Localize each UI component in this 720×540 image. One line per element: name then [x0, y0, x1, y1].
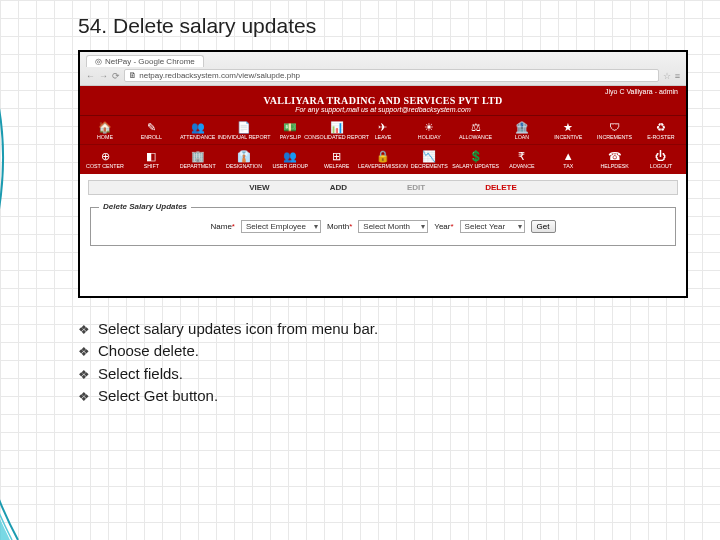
- tab-title: NetPay - Google Chrome: [105, 57, 195, 66]
- menu-item-helpdesk[interactable]: ☎HELPDESK: [594, 148, 636, 170]
- support-text: For any support,mail us at support@redba…: [86, 106, 680, 113]
- bullet-text: Select salary updates icon from menu bar…: [98, 318, 378, 341]
- menu-item-enroll[interactable]: ✎ENROLL: [130, 119, 172, 141]
- company-name: VALLIYARA TRADING AND SERVICES PVT LTD: [86, 95, 680, 106]
- user-group-icon: 👥: [282, 149, 298, 163]
- menu-item-cost-center[interactable]: ⊕COST CENTER: [84, 148, 126, 170]
- menu-item-home[interactable]: 🏠HOME: [84, 119, 126, 141]
- year-label: Year*: [434, 222, 453, 231]
- menu-label: HOME: [97, 135, 113, 140]
- holiday-icon: ☀: [421, 120, 437, 134]
- menu-item-allowance[interactable]: ⚖ALLOWANCE: [455, 119, 497, 141]
- menu-item-salary-updates[interactable]: 💲SALARY UPDATES: [455, 148, 497, 170]
- decrements-icon: 📉: [421, 149, 437, 163]
- menu-icon[interactable]: ≡: [675, 71, 680, 81]
- month-select[interactable]: Select Month: [358, 220, 428, 233]
- tax-icon: ▲: [560, 149, 576, 163]
- shift-icon: ◧: [143, 149, 159, 163]
- menu-item-attendance[interactable]: 👥ATTENDANCE: [177, 119, 219, 141]
- employee-select[interactable]: Select Employee: [241, 220, 321, 233]
- incentive-icon: ★: [560, 120, 576, 134]
- menu-item-e-roster[interactable]: ♻E-ROSTER: [640, 119, 682, 141]
- cost-center-icon: ⊕: [97, 149, 113, 163]
- menu-item-advance[interactable]: ₹ADVANCE: [501, 148, 543, 170]
- menu-label: USER GROUP: [273, 164, 309, 169]
- payslip-icon: 💵: [282, 120, 298, 134]
- main-menu-row1: 🏠HOME✎ENROLL👥ATTENDANCE📄INDIVIDUAL REPOR…: [80, 116, 686, 144]
- department-icon: 🏢: [190, 149, 206, 163]
- menu-label: LEAVEPERMISSION: [358, 164, 408, 169]
- menu-item-department[interactable]: 🏢DEPARTMENT: [177, 148, 219, 170]
- menu-label: WELFARE: [324, 164, 349, 169]
- menu-item-increments[interactable]: 🛡INCREMENTS: [594, 119, 636, 141]
- bullet-text: Select Get button.: [98, 385, 218, 408]
- advance-icon: ₹: [514, 149, 530, 163]
- form-legend: Delete Salary Updates: [99, 202, 191, 211]
- welfare-icon: ⊞: [329, 149, 345, 163]
- home-icon: 🏠: [97, 120, 113, 134]
- menu-label: LEAVE: [375, 135, 392, 140]
- delete-form: Delete Salary Updates Name* Select Emplo…: [90, 207, 676, 246]
- menu-label: INDIVIDUAL REPORT: [218, 135, 271, 140]
- bullet-text: Select fields.: [98, 363, 183, 386]
- forward-icon[interactable]: →: [99, 71, 108, 81]
- menu-item-decrements[interactable]: 📉DECREMENTS: [408, 148, 450, 170]
- e-roster-icon: ♻: [653, 120, 669, 134]
- menu-label: DEPARTMENT: [180, 164, 216, 169]
- menu-item-consolidated-report[interactable]: 📊CONSOLIDATED REPORT: [316, 119, 358, 141]
- menu-item-tax[interactable]: ▲TAX: [547, 148, 589, 170]
- menu-label: HELPDESK: [600, 164, 628, 169]
- menu-item-loan[interactable]: 🏦LOAN: [501, 119, 543, 141]
- slide-title: 54. Delete salary updates: [78, 14, 690, 38]
- back-icon[interactable]: ←: [86, 71, 95, 81]
- app-screenshot: ◎ NetPay - Google Chrome ← → ⟳ 🗎 netpay.…: [78, 50, 688, 298]
- menu-item-holiday[interactable]: ☀HOLIDAY: [408, 119, 450, 141]
- get-button[interactable]: Get: [531, 220, 556, 233]
- browser-tab[interactable]: ◎ NetPay - Google Chrome: [86, 55, 204, 67]
- menu-label: TAX: [563, 164, 573, 169]
- leavepermission-icon: 🔒: [375, 149, 391, 163]
- menu-item-leave[interactable]: ✈LEAVE: [362, 119, 404, 141]
- user-info: Jiyo C Valliyara - admin: [86, 88, 680, 95]
- main-menu-row2: ⊕COST CENTER◧SHIFT🏢DEPARTMENT👔DESIGNATIO…: [80, 144, 686, 173]
- action-add[interactable]: ADD: [330, 183, 347, 192]
- leave-icon: ✈: [375, 120, 391, 134]
- logout-icon: ⏻: [653, 149, 669, 163]
- diamond-icon: ❖: [78, 342, 90, 362]
- menu-label: ATTENDANCE: [180, 135, 216, 140]
- menu-item-designation[interactable]: 👔DESIGNATION: [223, 148, 265, 170]
- address-bar[interactable]: 🗎 netpay.redbacksystem.com/view/salupde.…: [124, 69, 659, 82]
- menu-item-leavepermission[interactable]: 🔒LEAVEPERMISSION: [362, 148, 404, 170]
- year-select[interactable]: Select Year: [460, 220, 525, 233]
- page-icon: 🗎: [129, 71, 137, 80]
- month-label: Month*: [327, 222, 352, 231]
- menu-label: ENROLL: [141, 135, 162, 140]
- menu-label: COST CENTER: [86, 164, 124, 169]
- bullet-item: ❖Select Get button.: [78, 385, 690, 408]
- salary-updates-icon: 💲: [468, 149, 484, 163]
- menu-item-individual-report[interactable]: 📄INDIVIDUAL REPORT: [223, 119, 265, 141]
- menu-label: ALLOWANCE: [459, 135, 492, 140]
- allowance-icon: ⚖: [468, 120, 484, 134]
- menu-label: INCENTIVE: [554, 135, 582, 140]
- action-delete[interactable]: DELETE: [485, 183, 517, 192]
- menu-label: HOLIDAY: [418, 135, 441, 140]
- menu-label: INCREMENTS: [597, 135, 632, 140]
- menu-item-welfare[interactable]: ⊞WELFARE: [316, 148, 358, 170]
- bookmark-icon[interactable]: ☆: [663, 71, 671, 81]
- bullet-item: ❖Choose delete.: [78, 340, 690, 363]
- menu-item-user-group[interactable]: 👥USER GROUP: [269, 148, 311, 170]
- action-bar: VIEW ADD EDIT DELETE: [88, 180, 678, 195]
- menu-item-logout[interactable]: ⏻LOGOUT: [640, 148, 682, 170]
- increments-icon: 🛡: [607, 120, 623, 134]
- attendance-icon: 👥: [190, 120, 206, 134]
- action-edit[interactable]: EDIT: [407, 183, 425, 192]
- reload-icon[interactable]: ⟳: [112, 71, 120, 81]
- menu-item-incentive[interactable]: ★INCENTIVE: [547, 119, 589, 141]
- menu-label: DECREMENTS: [411, 164, 448, 169]
- menu-item-shift[interactable]: ◧SHIFT: [130, 148, 172, 170]
- enroll-icon: ✎: [143, 120, 159, 134]
- url-text: netpay.redbacksystem.com/view/salupde.ph…: [139, 71, 300, 80]
- action-view[interactable]: VIEW: [249, 183, 269, 192]
- menu-label: LOGOUT: [650, 164, 672, 169]
